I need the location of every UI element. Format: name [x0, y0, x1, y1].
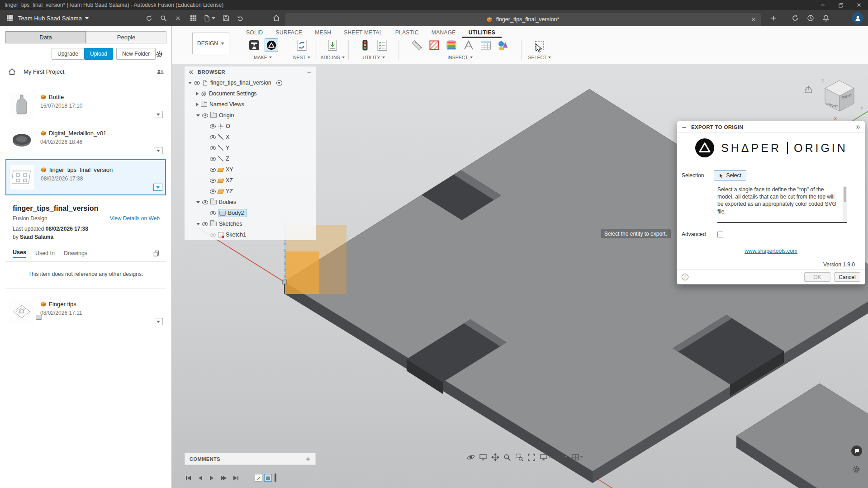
- visibility-eye-icon[interactable]: [210, 190, 216, 194]
- job-status-icon[interactable]: [791, 14, 800, 23]
- apps-grid-icon[interactable]: [189, 14, 198, 23]
- view-cube[interactable]: FRONT RIGHT Z X Y: [804, 77, 868, 122]
- tab-people[interactable]: People: [86, 31, 166, 43]
- visibility-eye-icon[interactable]: [210, 179, 216, 183]
- item-dropdown-button[interactable]: [154, 318, 163, 325]
- detail-tab-drawings[interactable]: Drawings: [64, 250, 87, 256]
- comments-bar[interactable]: COMMENTS: [185, 453, 316, 465]
- display-settings-icon[interactable]: [540, 453, 551, 461]
- design-item-digital-medallion[interactable]: Digital_Medallion_v01 04/02/2026 18:46: [5, 123, 166, 158]
- browser-node-xz-plane[interactable]: XZ: [185, 175, 316, 186]
- timeline-go-start-icon[interactable]: [185, 474, 192, 482]
- view-details-link[interactable]: View Details on Web: [110, 215, 160, 222]
- advanced-checkbox[interactable]: [717, 232, 723, 237]
- group-label-inspect[interactable]: INSPECT: [447, 55, 473, 60]
- browser-node-origin-point[interactable]: O: [185, 121, 316, 132]
- timeline-step-back-icon[interactable]: [198, 474, 203, 482]
- origin-handle[interactable]: [282, 280, 286, 284]
- ok-button[interactable]: OK: [804, 272, 830, 282]
- visibility-eye-icon[interactable]: [210, 124, 216, 128]
- shapertools-link[interactable]: www.shapertools.com: [745, 248, 797, 254]
- pan-icon[interactable]: [491, 453, 499, 461]
- interference-command-icon[interactable]: [427, 38, 441, 52]
- tab-data[interactable]: Data: [5, 31, 86, 43]
- angle-measure-command-icon[interactable]: [462, 38, 475, 52]
- fit-icon[interactable]: [527, 453, 536, 461]
- timeline-go-end-icon[interactable]: [232, 474, 239, 482]
- history-icon[interactable]: [806, 14, 815, 23]
- select-command-icon[interactable]: [533, 38, 546, 52]
- tab-plastic[interactable]: PLASTIC: [389, 28, 425, 38]
- visibility-eye-icon[interactable]: [210, 168, 216, 172]
- tab-utilities[interactable]: UTILITIES: [462, 28, 502, 38]
- minimize-button[interactable]: [814, 0, 832, 10]
- upload-button[interactable]: Upload: [84, 48, 113, 60]
- maximize-button[interactable]: [832, 0, 850, 10]
- group-label-utility[interactable]: UTILITY: [362, 55, 384, 60]
- visibility-eye-icon[interactable]: [202, 222, 208, 226]
- tab-mesh[interactable]: MESH: [308, 28, 337, 38]
- browser-node-sketch1[interactable]: Sketch1: [185, 229, 316, 240]
- browser-node-root[interactable]: finger_tips_final_version: [185, 77, 316, 88]
- browser-node-sketches[interactable]: Sketches: [185, 218, 316, 229]
- body-piece-bottom-right[interactable]: [736, 384, 868, 488]
- tab-solid[interactable]: SOLID: [240, 28, 270, 38]
- browser-node-yz-plane[interactable]: YZ: [185, 186, 316, 197]
- close-window-button[interactable]: [850, 0, 868, 10]
- visibility-eye-icon[interactable]: [202, 114, 208, 118]
- item-dropdown-button[interactable]: [153, 184, 162, 191]
- expand-arrow-icon[interactable]: [188, 82, 192, 84]
- addins-command-icon[interactable]: [326, 38, 339, 52]
- visibility-eye-icon[interactable]: [210, 211, 216, 215]
- preferences-gear-icon[interactable]: [852, 465, 860, 474]
- close-tab-icon[interactable]: [751, 16, 756, 22]
- feedback-bubble-icon[interactable]: [851, 445, 862, 456]
- dialog-header[interactable]: EXPORT TO ORIGIN: [677, 121, 865, 133]
- close-search-icon[interactable]: [173, 14, 182, 23]
- shaper-utility-command-icon[interactable]: [265, 38, 278, 52]
- document-tab[interactable]: finger_tips_final_version*: [285, 13, 761, 26]
- file-menu-caret-icon[interactable]: [212, 17, 215, 19]
- detail-tab-used-in[interactable]: Used In: [35, 250, 55, 256]
- item-dropdown-button[interactable]: [154, 147, 163, 154]
- info-icon[interactable]: i: [682, 274, 688, 280]
- curvature-analysis-command-icon[interactable]: [445, 38, 458, 52]
- collapse-dialog-icon[interactable]: [681, 123, 687, 130]
- select-button[interactable]: Select: [714, 171, 746, 180]
- cancel-button[interactable]: Cancel: [834, 272, 860, 282]
- timeline-extrude-feature-icon[interactable]: [264, 474, 272, 482]
- viewports-icon[interactable]: [571, 453, 583, 461]
- visibility-eye-off-icon[interactable]: [210, 233, 216, 237]
- visibility-eye-icon[interactable]: [210, 146, 216, 150]
- dock-dialog-icon[interactable]: [855, 124, 861, 130]
- in-context-target-icon[interactable]: [276, 80, 282, 86]
- item-dropdown-button[interactable]: [154, 111, 163, 118]
- tab-manage[interactable]: MANAGE: [425, 28, 462, 38]
- workspace-selector[interactable]: DESIGN: [192, 33, 229, 54]
- expand-arrow-icon[interactable]: [196, 223, 200, 225]
- visibility-eye-icon[interactable]: [210, 135, 216, 139]
- browser-node-x-axis[interactable]: X: [185, 132, 316, 142]
- checklist-command-icon[interactable]: [375, 38, 389, 52]
- file-menu-icon[interactable]: [202, 14, 211, 23]
- zoom-icon[interactable]: [503, 454, 511, 461]
- 3d-print-command-icon[interactable]: [247, 38, 261, 52]
- upgrade-button[interactable]: Upgrade: [52, 48, 84, 60]
- user-avatar[interactable]: [852, 12, 863, 24]
- undo-icon[interactable]: [236, 14, 245, 23]
- browser-node-y-axis[interactable]: Y: [185, 142, 316, 153]
- search-icon[interactable]: [159, 14, 168, 23]
- save-icon[interactable]: [221, 14, 230, 23]
- traffic-light-command-icon[interactable]: [358, 38, 372, 52]
- browser-node-bodies[interactable]: Bodies: [185, 197, 316, 208]
- look-at-icon[interactable]: [479, 453, 487, 461]
- minimize-panel-icon[interactable]: [306, 69, 312, 75]
- design-item-bottle[interactable]: Bottle 16/07/2018 17:10: [5, 87, 166, 122]
- primitives-command-icon[interactable]: [496, 38, 510, 52]
- visibility-eye-icon[interactable]: [210, 157, 216, 161]
- data-panel-toggle-icon[interactable]: [5, 14, 14, 23]
- expand-arrow-icon[interactable]: [196, 114, 200, 117]
- tab-sheet-metal[interactable]: SHEET METAL: [337, 28, 389, 38]
- refresh-icon[interactable]: [144, 14, 153, 23]
- expand-arrow-icon[interactable]: [196, 103, 199, 106]
